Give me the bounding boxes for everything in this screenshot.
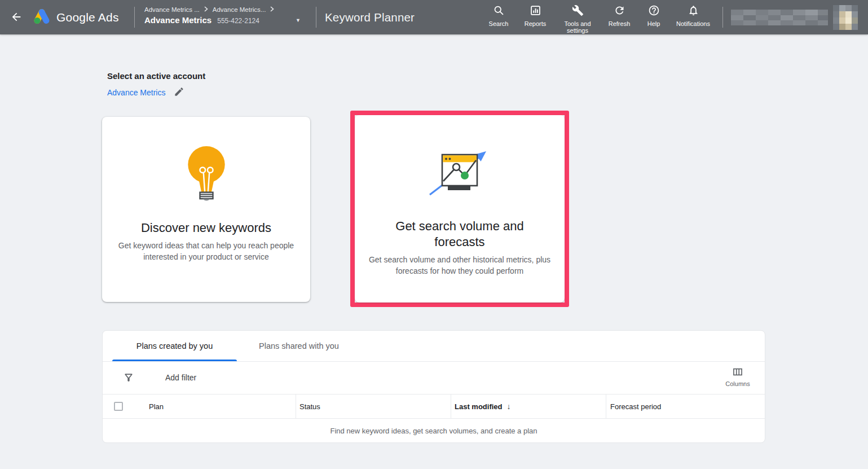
- column-header-forecast-period[interactable]: Forecast period: [610, 395, 661, 418]
- google-ads-mark-icon: [32, 7, 51, 27]
- page-title: Keyword Planner: [325, 0, 415, 34]
- column-separator: [296, 395, 296, 418]
- user-avatar[interactable]: [833, 5, 858, 32]
- brand-name: Google Ads: [56, 11, 119, 24]
- forecast-chart-icon: [425, 143, 494, 200]
- add-filter-button[interactable]: Add filter: [165, 373, 196, 382]
- breadcrumb-level2: Advance Metrics...: [213, 6, 266, 13]
- active-account-link[interactable]: Advance Metrics: [107, 88, 165, 97]
- columns-button[interactable]: Columns: [717, 366, 758, 391]
- card-title: Discover new keywords: [141, 220, 271, 236]
- plans-panel: Plans created by you Plans shared with y…: [102, 330, 765, 443]
- column-header-label: Last modified: [455, 402, 503, 411]
- topbar-divider: [722, 7, 723, 28]
- topbar-divider: [316, 7, 316, 28]
- nav-search[interactable]: Search: [482, 0, 515, 34]
- refresh-icon: [614, 5, 625, 19]
- tools-icon: [572, 5, 584, 19]
- nav-label: Tools and settings: [554, 20, 601, 34]
- account-breadcrumb[interactable]: Advance Metrics ... Advance Metrics... A…: [144, 6, 274, 25]
- search-icon: [493, 5, 505, 19]
- column-separator: [451, 395, 451, 418]
- chevron-right-icon: [270, 6, 274, 13]
- back-button[interactable]: [9, 10, 24, 25]
- tab-plans-created-by-you[interactable]: Plans created by you: [112, 331, 237, 361]
- topbar: Google Ads Advance Metrics ... Advance M…: [0, 0, 868, 34]
- edit-account-button[interactable]: [173, 86, 185, 99]
- table-header-row: Plan Status Last modified ↓ Forecast per…: [103, 395, 765, 418]
- nav-notifications[interactable]: Notifications: [669, 0, 717, 34]
- get-search-volume-card[interactable]: Get search volume and forecasts Get sear…: [355, 115, 565, 303]
- nav-label: Reports: [525, 20, 547, 27]
- current-account-name: Advance Metrics: [144, 15, 212, 25]
- filter-toolbar: Add filter Columns: [103, 362, 765, 394]
- column-header-plan[interactable]: Plan: [149, 395, 164, 418]
- help-icon: [648, 5, 660, 19]
- columns-label: Columns: [725, 380, 750, 387]
- arrow-back-icon: [10, 11, 23, 25]
- nav-tools-and-settings[interactable]: Tools and settings: [554, 0, 601, 34]
- google-ads-logo[interactable]: Google Ads: [32, 0, 119, 34]
- reports-icon: [530, 5, 541, 19]
- filter-funnel-icon[interactable]: [121, 370, 136, 385]
- nav-help[interactable]: Help: [640, 0, 667, 34]
- column-separator: [606, 395, 606, 418]
- nav-refresh[interactable]: Refresh: [602, 0, 636, 34]
- column-header-last-modified[interactable]: Last modified ↓: [455, 395, 511, 418]
- sort-descending-icon: ↓: [507, 402, 511, 411]
- discover-new-keywords-card[interactable]: Discover new keywords Get keyword ideas …: [102, 117, 310, 302]
- current-account-id: 555-422-2124: [217, 17, 259, 25]
- nav-label: Notifications: [676, 20, 710, 27]
- topbar-divider: [134, 7, 135, 28]
- lightbulb-icon: [178, 145, 235, 201]
- card-title: Get search volume and forecasts: [381, 218, 539, 250]
- account-switcher-caret-icon[interactable]: ▼: [296, 17, 301, 23]
- select-account-heading: Select an active account: [107, 71, 205, 81]
- breadcrumb-level1: Advance Metrics ...: [144, 6, 200, 13]
- columns-icon: [732, 366, 743, 379]
- nav-label: Search: [489, 20, 509, 27]
- chevron-right-icon: [204, 6, 208, 13]
- nav-reports[interactable]: Reports: [517, 0, 553, 34]
- pencil-icon: [174, 86, 184, 99]
- card-description: Get search volume and other historical m…: [367, 254, 553, 277]
- card-description: Get keyword ideas that can help you reac…: [113, 240, 299, 262]
- notifications-bell-icon: [688, 5, 699, 19]
- column-header-status[interactable]: Status: [299, 395, 320, 418]
- highlight-annotation: Get search volume and forecasts Get sear…: [350, 111, 569, 307]
- select-all-checkbox[interactable]: [114, 402, 123, 411]
- nav-label: Refresh: [609, 20, 631, 27]
- tab-plans-shared-with-you[interactable]: Plans shared with you: [237, 331, 361, 361]
- redacted-account-info[interactable]: [731, 10, 828, 28]
- empty-state-message: Find new keyword ideas, get search volum…: [103, 419, 765, 442]
- active-account-row: Advance Metrics: [107, 86, 185, 99]
- nav-label: Help: [647, 20, 660, 27]
